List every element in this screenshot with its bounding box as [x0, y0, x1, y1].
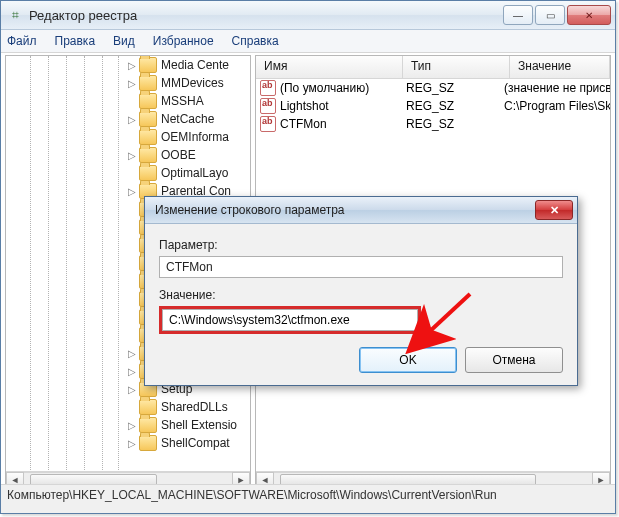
value-input[interactable] [162, 309, 418, 331]
tree-item[interactable]: OptimalLayo [6, 164, 250, 182]
titlebar: ⌗ Редактор реестра — ▭ ✕ [1, 1, 615, 30]
statusbar: Компьютер\HKEY_LOCAL_MACHINE\SOFTWARE\Mi… [1, 484, 615, 513]
close-button[interactable]: ✕ [567, 5, 611, 25]
cell-value: (значение не присв [504, 81, 610, 95]
tree-item-label: NetCache [161, 112, 214, 126]
list-row[interactable]: CTFMonREG_SZ [256, 115, 610, 133]
list-header: Имя Тип Значение [256, 56, 610, 79]
folder-icon [139, 57, 157, 73]
maximize-button[interactable]: ▭ [535, 5, 565, 25]
tree-item-label: Media Cente [161, 58, 229, 72]
folder-icon [139, 93, 157, 109]
col-name[interactable]: Имя [256, 56, 403, 78]
tree-item-label: SharedDLLs [161, 400, 228, 414]
folder-icon [139, 111, 157, 127]
expand-arrow-icon[interactable]: ▷ [126, 384, 138, 395]
list-row[interactable]: (По умолчанию)REG_SZ(значение не присв [256, 79, 610, 97]
expand-arrow-icon[interactable]: ▷ [126, 366, 138, 377]
expand-arrow-icon[interactable]: ▷ [126, 60, 138, 71]
expand-arrow-icon[interactable]: ▷ [126, 348, 138, 359]
dialog-titlebar: Изменение строкового параметра ✕ [145, 197, 577, 224]
tree-item[interactable]: MSSHA [6, 92, 250, 110]
menu-help[interactable]: Справка [230, 32, 281, 50]
expand-arrow-icon[interactable]: ▷ [126, 150, 138, 161]
expand-arrow-icon[interactable]: ▷ [126, 186, 138, 197]
tree-item-label: Shell Extensio [161, 418, 237, 432]
folder-icon [139, 165, 157, 181]
tree-item-label: ShellCompat [161, 436, 230, 450]
value-highlight [159, 306, 421, 334]
cell-type: REG_SZ [406, 81, 504, 95]
string-value-icon [260, 116, 276, 132]
tree-item[interactable]: ▷OOBE [6, 146, 250, 164]
col-value[interactable]: Значение [510, 56, 610, 78]
folder-icon [139, 147, 157, 163]
tree-item[interactable]: SharedDLLs [6, 398, 250, 416]
expand-arrow-icon[interactable]: ▷ [126, 438, 138, 449]
folder-icon [139, 75, 157, 91]
list-rows: (По умолчанию)REG_SZ(значение не присвLi… [256, 79, 610, 133]
col-type[interactable]: Тип [403, 56, 510, 78]
minimize-button[interactable]: — [503, 5, 533, 25]
app-icon: ⌗ [7, 7, 23, 23]
param-input [159, 256, 563, 278]
string-value-icon [260, 98, 276, 114]
folder-icon [139, 399, 157, 415]
edit-string-dialog: Изменение строкового параметра ✕ Парамет… [144, 196, 578, 386]
tree-item[interactable]: ▷NetCache [6, 110, 250, 128]
ok-button[interactable]: OK [359, 347, 457, 373]
param-label: Параметр: [159, 238, 563, 252]
cell-value: C:\Program Files\Sk [504, 99, 610, 113]
cell-type: REG_SZ [406, 117, 504, 131]
tree-item[interactable]: ▷Media Cente [6, 56, 250, 74]
cell-name: Lightshot [280, 99, 406, 113]
expand-arrow-icon[interactable]: ▷ [126, 114, 138, 125]
menu-file[interactable]: Файл [5, 32, 39, 50]
tree-item[interactable]: OEMInforma [6, 128, 250, 146]
menubar: Файл Правка Вид Избранное Справка [1, 30, 615, 53]
cell-name: CTFMon [280, 117, 406, 131]
folder-icon [139, 129, 157, 145]
tree-item-label: OptimalLayo [161, 166, 228, 180]
cell-type: REG_SZ [406, 99, 504, 113]
menu-edit[interactable]: Правка [53, 32, 98, 50]
dialog-title: Изменение строкового параметра [155, 203, 345, 217]
string-value-icon [260, 80, 276, 96]
folder-icon [139, 417, 157, 433]
dialog-close-button[interactable]: ✕ [535, 200, 573, 220]
tree-item-label: MSSHA [161, 94, 204, 108]
menu-favorites[interactable]: Избранное [151, 32, 216, 50]
expand-arrow-icon[interactable]: ▷ [126, 420, 138, 431]
menu-view[interactable]: Вид [111, 32, 137, 50]
cancel-button[interactable]: Отмена [465, 347, 563, 373]
cell-name: (По умолчанию) [280, 81, 406, 95]
tree-item-label: MMDevices [161, 76, 224, 90]
tree-item-label: OOBE [161, 148, 196, 162]
window-title: Редактор реестра [29, 8, 137, 23]
expand-arrow-icon[interactable]: ▷ [126, 78, 138, 89]
value-label: Значение: [159, 288, 563, 302]
list-row[interactable]: LightshotREG_SZC:\Program Files\Sk [256, 97, 610, 115]
tree-item[interactable]: ▷MMDevices [6, 74, 250, 92]
tree-item-label: OEMInforma [161, 130, 229, 144]
folder-icon [139, 435, 157, 451]
tree-item[interactable]: ▷Shell Extensio [6, 416, 250, 434]
tree-item[interactable]: ▷ShellCompat [6, 434, 250, 452]
